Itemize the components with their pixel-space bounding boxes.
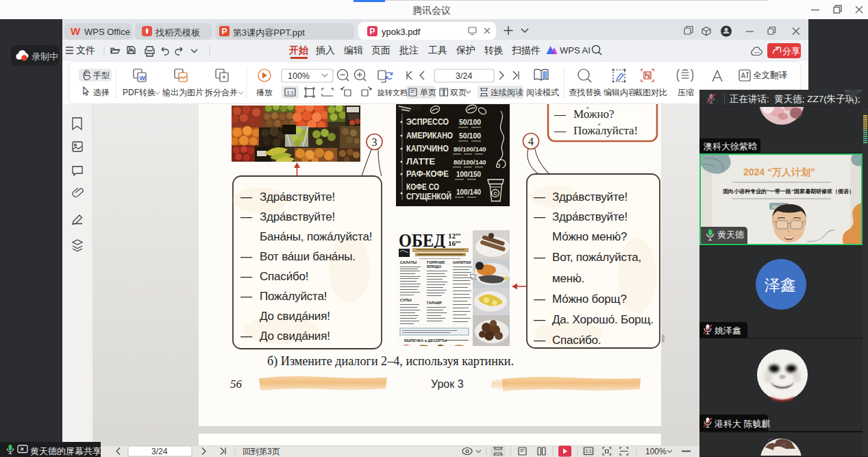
svg-text:50/100: 50/100 <box>459 132 481 140</box>
svg-text:ВЫПЕЧКА и ДЕСЕРТЫ: ВЫПЕЧКА и ДЕСЕРТЫ <box>404 338 447 343</box>
svg-text:АМЕРИКАНО: АМЕРИКАНО <box>406 131 453 140</box>
svg-text:—: — <box>554 108 567 121</box>
svg-text:—: — <box>240 270 252 283</box>
svg-text:—: — <box>554 124 567 137</box>
svg-text:3: 3 <box>372 136 377 148</box>
svg-text:Мо́жно меню́?: Мо́жно меню́? <box>552 230 627 243</box>
svg-text:ОБЕД: ОБЕД <box>399 230 445 251</box>
svg-text:50/100: 50/100 <box>459 118 481 126</box>
svg-text:Спаси́бо.: Спаси́бо. <box>552 334 601 347</box>
svg-text:—: — <box>534 190 545 203</box>
svg-text:Здра́вствуйте!: Здра́вствуйте! <box>552 210 628 223</box>
svg-text:Спаси́бо!: Спаси́бо! <box>260 270 308 283</box>
svg-text:САЛАТЫ: САЛАТЫ <box>400 260 417 264</box>
svg-text:拆分合并: 拆分合并 <box>204 88 238 97</box>
svg-text:全文翻译: 全文翻译 <box>753 71 788 80</box>
svg-text:56: 56 <box>230 378 243 391</box>
svg-text:16ºº: 16ºº <box>448 239 461 247</box>
svg-text:—: — <box>534 210 545 223</box>
svg-text:80/100/140: 80/100/140 <box>454 145 486 153</box>
svg-text:Здра́вствуйте!: Здра́вствуйте! <box>552 190 628 203</box>
svg-text:—: — <box>240 210 252 223</box>
svg-text:查找替换: 查找替换 <box>569 88 602 97</box>
svg-text:手型: 手型 <box>93 71 110 80</box>
svg-text:编辑内容: 编辑内容 <box>604 88 636 97</box>
svg-text:输出为图片: 输出为图片 <box>162 88 203 97</box>
svg-text:Урок 3: Урок 3 <box>431 378 464 390</box>
svg-text:Пожа́луйста!: Пожа́луйста! <box>260 290 327 303</box>
svg-text:3/24: 3/24 <box>456 71 472 81</box>
svg-text:Здра́вствуйте!: Здра́вствуйте! <box>260 210 335 223</box>
svg-text:ЭСПРЕССО: ЭСПРЕССО <box>406 117 449 127</box>
svg-text:—: — <box>534 293 545 306</box>
svg-text:б) Измените диалоги 2–4, испол: б) Измените диалоги 2–4, используя карти… <box>267 354 514 369</box>
svg-text:Мо́жно борщ?: Мо́жно борщ? <box>552 293 627 306</box>
svg-text:ЛАТТЕ: ЛАТТЕ <box>406 157 435 166</box>
svg-text:КОФЕ СО: КОФЕ СО <box>406 182 439 192</box>
svg-text:C: C <box>494 190 498 197</box>
svg-text:100/140: 100/140 <box>456 188 482 196</box>
svg-text:100%: 100% <box>645 447 667 456</box>
svg-text:ГАРНИР: ГАРНИР <box>427 301 442 305</box>
svg-text:СУПЫ: СУПЫ <box>400 298 412 302</box>
svg-text:Да. Хорошо́. Борщ.: Да. Хорошо́. Борщ. <box>552 313 654 326</box>
svg-text:双页: 双页 <box>450 88 467 97</box>
svg-text:压缩: 压缩 <box>678 88 694 97</box>
svg-text:—: — <box>240 330 252 343</box>
svg-text:БЛЮДА: БЛЮДА <box>427 264 441 269</box>
svg-text:1:1: 1:1 <box>586 449 592 454</box>
svg-text:меню́.: меню́. <box>552 272 584 285</box>
svg-text:阅读模式: 阅读模式 <box>526 88 559 97</box>
svg-text:回到第3页: 回到第3页 <box>243 447 280 456</box>
svg-text:—: — <box>240 190 252 203</box>
svg-text:Здра́вствуйте!: Здра́вствуйте! <box>260 190 335 203</box>
svg-text:Пожа́луйста!: Пожа́луйста! <box>573 123 638 137</box>
svg-text:—: — <box>534 313 545 326</box>
svg-text:连续阅读: 连续阅读 <box>491 88 523 97</box>
svg-text:A: A <box>741 72 746 79</box>
svg-text:80/100/140: 80/100/140 <box>454 158 486 166</box>
svg-text:Мо́жно?: Мо́жно? <box>573 107 615 121</box>
svg-text:Вот, пожа́луйста,: Вот, пожа́луйста, <box>552 251 641 264</box>
svg-text:播放: 播放 <box>256 88 273 97</box>
svg-text:СГУЩЕНКОЙ: СГУЩЕНКОЙ <box>406 191 451 201</box>
svg-text:W: W <box>140 75 146 82</box>
svg-text:旋转文档: 旋转文档 <box>377 88 408 97</box>
svg-text:—: — <box>240 250 252 263</box>
svg-text:100%: 100% <box>288 71 310 81</box>
svg-text:—: — <box>240 290 252 303</box>
svg-text:До свида́ния!: До свида́ния! <box>260 310 330 323</box>
svg-text:100/150: 100/150 <box>456 171 482 178</box>
svg-text:3/24: 3/24 <box>151 447 168 456</box>
svg-text:面向小语种专业的“一带一路”国家暑期研修班（俄语）: 面向小语种专业的“一带一路”国家暑期研修班（俄语） <box>723 188 854 195</box>
svg-text:泽鑫: 泽鑫 <box>765 276 796 294</box>
svg-text:Вот ва́ши бана́ны.: Вот ва́ши бана́ны. <box>260 250 356 263</box>
svg-text:НАПИТКИ: НАПИТКИ <box>453 260 471 264</box>
svg-text:PDF转换: PDF转换 <box>123 88 156 97</box>
svg-text:截图对比: 截图对比 <box>634 88 667 97</box>
svg-text:РАФ-КОФЕ: РАФ-КОФЕ <box>406 169 449 179</box>
svg-text:—: — <box>534 251 545 264</box>
svg-text:4: 4 <box>528 136 534 147</box>
svg-text:选择: 选择 <box>93 88 110 97</box>
svg-text:До свида́ния!: До свида́ния! <box>260 330 330 343</box>
svg-text:1:1: 1:1 <box>287 90 294 96</box>
svg-text:2024 “万人计划”: 2024 “万人计划” <box>743 166 815 177</box>
svg-text:单页: 单页 <box>420 88 436 97</box>
svg-text:Бана́ны, пожа́луйста!: Бана́ны, пожа́луйста! <box>260 230 372 243</box>
svg-text:—: — <box>534 334 545 347</box>
svg-text:КАПУЧИНО: КАПУЧИНО <box>406 144 449 153</box>
